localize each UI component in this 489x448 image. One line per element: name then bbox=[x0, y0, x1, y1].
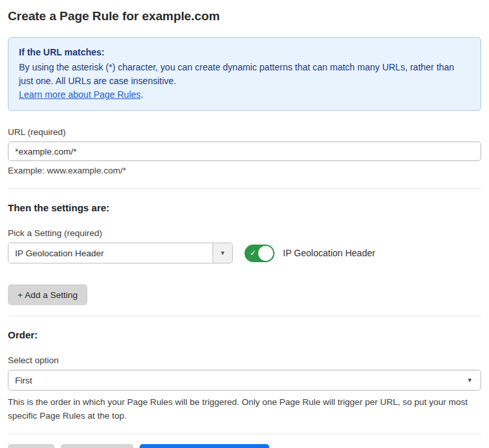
setting-picker-row: IP Geolocation Header ▼ ✓ IP Geolocation… bbox=[8, 243, 481, 263]
url-field-helper: Example: www.example.com/* bbox=[8, 166, 481, 175]
page-rule-form: Create a Page Rule for example.com If th… bbox=[0, 0, 489, 448]
setting-select-value: IP Geolocation Header bbox=[8, 243, 213, 263]
save-as-draft-button[interactable]: Save as Draft bbox=[61, 444, 134, 448]
order-select-value: First bbox=[15, 376, 32, 385]
chevron-down-icon: ▼ bbox=[467, 377, 473, 383]
order-helper-text: This is the order in which your Page Rul… bbox=[8, 395, 481, 423]
toggle-knob bbox=[258, 246, 273, 261]
settings-section-heading: Then the settings are: bbox=[8, 202, 481, 213]
url-field-label: URL (required) bbox=[8, 127, 481, 137]
geolocation-toggle-wrap: ✓ IP Geolocation Header bbox=[244, 245, 375, 262]
setting-picker-label: Pick a Setting (required) bbox=[8, 228, 481, 238]
info-box-link-line: Learn more about Page Rules. bbox=[19, 88, 470, 102]
order-select[interactable]: First ▼ bbox=[8, 370, 481, 391]
divider bbox=[8, 188, 481, 189]
geolocation-toggle[interactable]: ✓ bbox=[244, 245, 274, 262]
info-box-heading: If the URL matches: bbox=[19, 46, 470, 59]
geolocation-toggle-label: IP Geolocation Header bbox=[283, 248, 375, 258]
divider bbox=[8, 316, 481, 316]
cancel-button[interactable]: Cancel bbox=[8, 444, 55, 448]
url-input[interactable] bbox=[8, 142, 481, 161]
chevron-down-icon: ▼ bbox=[220, 250, 226, 256]
url-field-block: URL (required) Example: www.example.com/… bbox=[8, 127, 481, 175]
page-title: Create a Page Rule for example.com bbox=[8, 9, 481, 23]
learn-more-link[interactable]: Learn more about Page Rules bbox=[19, 89, 141, 100]
footer-action-bar: Cancel Save as Draft Save and Deploy Pag… bbox=[8, 444, 481, 448]
save-and-deploy-button[interactable]: Save and Deploy Page Rule bbox=[140, 444, 270, 448]
setting-select[interactable]: IP Geolocation Header ▼ bbox=[8, 243, 233, 263]
setting-select-arrow-button[interactable]: ▼ bbox=[213, 243, 232, 263]
divider bbox=[8, 434, 481, 434]
info-box-body: By using the asterisk (*) character, you… bbox=[19, 61, 470, 88]
order-select-label: Select option bbox=[8, 355, 481, 365]
check-icon: ✓ bbox=[250, 249, 256, 257]
order-section-heading: Order: bbox=[8, 329, 481, 340]
link-suffix: . bbox=[141, 89, 143, 100]
add-setting-button[interactable]: + Add a Setting bbox=[8, 284, 87, 305]
url-match-info-box: If the URL matches: By using the asteris… bbox=[8, 37, 481, 111]
